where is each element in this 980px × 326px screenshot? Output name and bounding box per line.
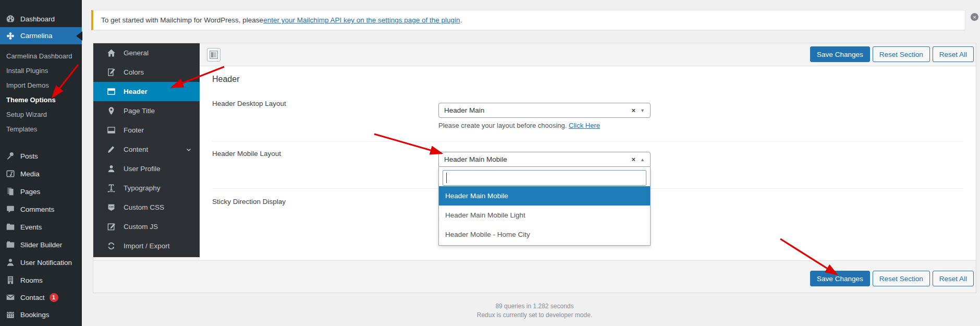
unread-count-badge: 1 (50, 293, 58, 302)
options-menu-item-typography[interactable]: Typography (93, 178, 200, 198)
caret-down-icon[interactable]: ▼ (640, 108, 645, 113)
expand-options-button[interactable] (207, 48, 220, 62)
reset-section-button-bottom[interactable]: Reset Section (873, 271, 930, 286)
sidebar-subitem-install-plugins[interactable]: Install Plugins (0, 63, 82, 78)
calendar-icon (6, 310, 15, 319)
options-menu-item-colors[interactable]: Colors (93, 63, 200, 82)
mailchimp-api-key-link[interactable]: enter your Mailchimp API key on the sett… (263, 16, 460, 24)
clear-selection-icon[interactable]: × (631, 155, 640, 163)
header-mobile-layout-select[interactable]: Header Main Mobile × ▲ (438, 152, 651, 167)
flower-icon (6, 31, 15, 41)
page-title: Header (212, 75, 239, 84)
debug-footer: 89 queries in 1.282 seconds Redux is cur… (93, 302, 976, 320)
sidebar-item-user-notification[interactable]: User Notification (0, 253, 82, 271)
sidebar-item-comments[interactable]: Comments (0, 200, 82, 218)
options-menu-label: Colors (124, 68, 144, 76)
click-here-link[interactable]: Click Here (569, 122, 600, 129)
options-menu-item-general[interactable]: General (93, 43, 200, 63)
building-icon (6, 275, 15, 285)
sidebar-item-label: Bookings (20, 311, 50, 319)
sidebar-item-media[interactable]: Media (0, 165, 82, 183)
sidebar-item-pages[interactable]: Pages (0, 183, 82, 200)
sidebar-item-rooms[interactable]: Rooms (0, 271, 82, 289)
sidebar-subitem-import-demos[interactable]: Import Demos (0, 78, 82, 92)
options-menu-label: General (124, 49, 149, 57)
select-search-input[interactable] (443, 170, 646, 186)
options-menu-item-content[interactable]: Content (93, 140, 200, 159)
row-divider (212, 141, 963, 142)
sidebar-item-posts[interactable]: Posts (0, 147, 82, 165)
pushpin-icon (6, 151, 15, 161)
clear-selection-icon[interactable]: × (631, 106, 640, 114)
options-menu-label: Import / Export (124, 242, 170, 250)
options-menu: General Colors Header Page Title Footer … (93, 43, 200, 257)
select-dropdown: Header Main Mobile Header Main Mobile Li… (438, 167, 651, 246)
sidebar-item-label: User Notification (20, 259, 72, 267)
options-menu-item-custom-js[interactable]: Custom JS (93, 217, 200, 236)
dropdown-option[interactable]: Header Mobile - Home City (439, 225, 650, 244)
options-menu-label: Content (124, 146, 148, 153)
dropdown-options-list: Header Main Mobile Header Main Mobile Li… (439, 186, 650, 244)
comment-icon (6, 204, 15, 214)
options-menu-item-page-title[interactable]: Page Title (93, 101, 200, 120)
dashboard-icon (6, 14, 15, 23)
mailchimp-notice: To get started with Mailchimp for WordPr… (91, 10, 965, 30)
sidebar-item-label: Dashboard (20, 15, 55, 23)
text-cursor (446, 173, 447, 183)
dropdown-option[interactable]: Header Main Mobile Light (439, 206, 650, 225)
sidebar-item-label: Slider Builder (20, 241, 62, 249)
chevron-down-icon (185, 146, 192, 153)
sidebar-subitem-theme-options[interactable]: Theme Options (0, 92, 82, 107)
sidebar-item-dashboard[interactable]: Dashboard (0, 10, 82, 28)
field-label-desktop-layout: Header Desktop Layout (212, 100, 286, 107)
folder-icon (6, 222, 15, 232)
dismiss-circle-icon[interactable]: × (970, 13, 979, 21)
save-changes-button-bottom[interactable]: Save Changes (810, 271, 870, 286)
selected-value: Header Main (444, 106, 484, 114)
import-export-icon (107, 242, 116, 250)
header-layout-icon (107, 87, 116, 96)
sidebar-item-slider-builder[interactable]: Slider Builder (0, 236, 82, 253)
sidebar-item-contact[interactable]: Contact 1 (0, 288, 82, 306)
sidebar-subitem-setup-wizard[interactable]: Setup Wizard (0, 107, 82, 122)
caret-up-icon[interactable]: ▲ (640, 157, 645, 162)
reset-all-button-bottom[interactable]: Reset All (933, 271, 974, 286)
options-menu-label: Typography (124, 184, 161, 192)
options-menu-item-custom-css[interactable]: CSS Custom CSS (93, 198, 200, 217)
edit-square-icon (107, 222, 116, 231)
sidebar-item-label: Pages (20, 188, 40, 196)
map-pin-icon (107, 106, 116, 115)
reset-section-button-top[interactable]: Reset Section (873, 46, 930, 62)
sidebar-subitem-carmelina-dashboard[interactable]: Carmelina Dashboard (0, 49, 82, 63)
home-icon (107, 49, 116, 57)
typography-icon (107, 184, 116, 192)
options-menu-label: Page Title (124, 107, 155, 115)
helper-text: Please create your layout before choosin… (438, 122, 569, 129)
options-menu-item-footer[interactable]: Footer (93, 120, 200, 140)
header-desktop-layout-select[interactable]: Header Main × ▼ (438, 103, 651, 118)
sidebar-item-events[interactable]: Events (0, 218, 82, 236)
notice-text: To get started with Mailchimp for WordPr… (101, 16, 263, 24)
panel-footer: Save Changes Reset Section Reset All (93, 260, 976, 293)
dropdown-option[interactable]: Header Main Mobile (439, 186, 650, 206)
css-shield-icon: CSS (107, 203, 116, 212)
sidebar-item-label: Comments (20, 206, 54, 213)
brush-icon (107, 68, 116, 77)
pages-icon (6, 187, 15, 196)
footer-layout-icon (107, 126, 116, 135)
options-menu-item-user-profile[interactable]: User Profile (93, 159, 200, 178)
notice-text: . (460, 16, 462, 24)
reset-all-button-top[interactable]: Reset All (933, 46, 974, 62)
sidebar-item-carmelina[interactable]: Carmelina (0, 27, 82, 44)
pencil-icon (107, 145, 116, 154)
options-toolbar: Save Changes Reset Section Reset All (200, 43, 976, 66)
save-changes-button-top[interactable]: Save Changes (810, 46, 870, 62)
options-menu-item-import-export[interactable]: Import / Export (93, 236, 200, 256)
sidebar-subitem-templates[interactable]: Templates (0, 122, 82, 136)
field-label-mobile-layout: Header Mobile Layout (212, 150, 281, 158)
sidebar-item-label: Media (20, 170, 40, 178)
theme-options-panel: General Colors Header Page Title Footer … (93, 43, 976, 293)
options-menu-label: Custom CSS (124, 203, 164, 211)
options-menu-item-header[interactable]: Header (93, 82, 200, 101)
sidebar-item-bookings[interactable]: Bookings (0, 306, 82, 323)
